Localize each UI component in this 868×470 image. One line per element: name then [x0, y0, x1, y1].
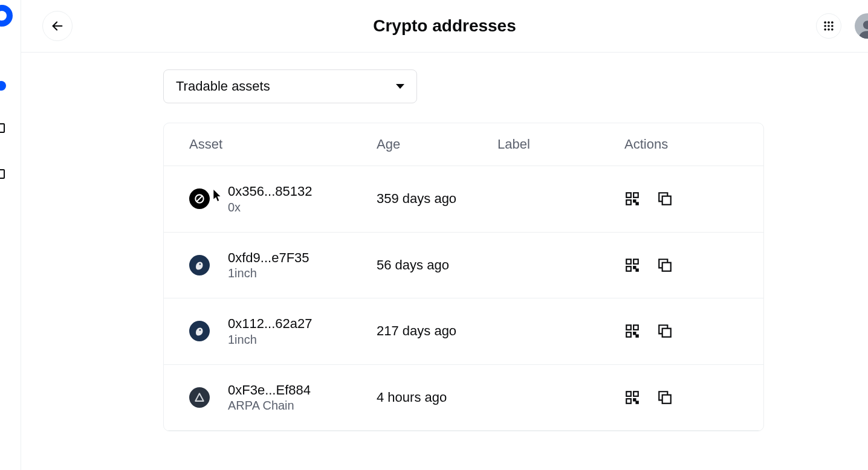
col-label: Label — [497, 137, 624, 152]
svg-line-12 — [196, 196, 202, 202]
qr-code-button[interactable] — [624, 323, 640, 339]
copy-button[interactable] — [657, 390, 673, 405]
svg-point-10 — [863, 21, 868, 29]
svg-point-2 — [828, 21, 830, 24]
svg-point-5 — [828, 25, 830, 27]
svg-point-9 — [831, 28, 834, 31]
age-text: 359 days ago — [377, 191, 497, 207]
arrow-left-icon — [51, 19, 64, 33]
coin-icon-zrx — [189, 188, 210, 209]
apps-button[interactable] — [816, 13, 841, 39]
copy-icon — [657, 191, 673, 207]
svg-point-19 — [199, 263, 201, 265]
copy-icon — [657, 257, 673, 273]
svg-rect-29 — [626, 332, 631, 337]
brand-logo-icon — [0, 5, 13, 27]
address-text: 0xfd9...e7F35 — [228, 249, 309, 266]
address-text: 0xF3e...Ef884 — [228, 382, 311, 399]
svg-rect-35 — [626, 399, 631, 404]
table-row: 0x356...85132 0x 359 days ago — [164, 166, 763, 233]
qr-code-button[interactable] — [624, 191, 640, 207]
copy-button[interactable] — [657, 257, 673, 273]
page-title: Crypto addresses — [21, 16, 868, 36]
table-header: Asset Age Label Actions — [164, 123, 763, 166]
asset-filter-label: Tradable assets — [176, 79, 270, 94]
copy-button[interactable] — [657, 323, 673, 339]
svg-point-7 — [824, 28, 826, 31]
svg-rect-15 — [626, 200, 631, 205]
svg-point-6 — [831, 25, 834, 27]
svg-rect-36 — [633, 399, 635, 401]
svg-point-4 — [824, 25, 826, 27]
svg-rect-16 — [633, 200, 635, 202]
svg-rect-22 — [626, 266, 631, 271]
svg-rect-20 — [626, 259, 631, 264]
back-button[interactable] — [42, 11, 73, 41]
svg-rect-27 — [626, 326, 631, 330]
svg-rect-37 — [636, 401, 638, 403]
svg-rect-13 — [626, 193, 631, 198]
chevron-down-icon — [396, 84, 404, 89]
content: Tradable assets Asset Age Label Actions … — [21, 53, 868, 470]
svg-rect-33 — [626, 391, 631, 396]
symbol-text: 1inch — [228, 332, 312, 347]
symbol-text: 1inch — [228, 266, 309, 281]
qr-code-icon — [624, 191, 640, 207]
svg-point-8 — [828, 28, 830, 31]
table-row: 0xfd9...e7F35 1inch 56 days ago — [164, 233, 763, 299]
svg-point-3 — [831, 21, 834, 24]
address-text: 0x356...85132 — [228, 183, 312, 200]
page-header: Crypto addresses — [21, 0, 868, 53]
copy-icon — [657, 390, 673, 405]
svg-rect-21 — [633, 259, 638, 264]
qr-code-icon — [624, 323, 640, 339]
svg-rect-31 — [636, 335, 638, 337]
symbol-text: ARPA Chain — [228, 398, 311, 413]
coin-icon-arpa — [189, 387, 210, 408]
qr-code-button[interactable] — [624, 257, 640, 273]
user-icon — [857, 18, 868, 39]
address-text: 0x112...62a27 — [228, 315, 312, 332]
coin-icon-1inch — [189, 321, 210, 341]
apps-grid-icon — [823, 20, 835, 32]
age-text: 56 days ago — [377, 257, 497, 273]
symbol-text: 0x — [228, 200, 312, 215]
qr-code-icon — [624, 390, 640, 405]
left-nav — [0, 0, 21, 470]
svg-rect-14 — [633, 193, 638, 198]
table-row: 0x112...62a27 1inch 217 days ago — [164, 298, 763, 365]
copy-icon — [657, 323, 673, 339]
col-actions: Actions — [624, 137, 733, 152]
nav-item-home-icon[interactable] — [0, 81, 6, 91]
svg-rect-34 — [633, 391, 638, 396]
svg-rect-24 — [636, 269, 638, 271]
svg-rect-23 — [633, 266, 635, 268]
age-text: 217 days ago — [377, 323, 497, 339]
qr-code-icon — [624, 257, 640, 273]
copy-button[interactable] — [657, 191, 673, 207]
qr-code-button[interactable] — [624, 390, 640, 405]
col-age: Age — [377, 137, 497, 152]
svg-rect-30 — [633, 332, 635, 334]
svg-rect-17 — [636, 203, 638, 205]
table-row: 0xF3e...Ef884 ARPA Chain 4 hours ago — [164, 365, 763, 431]
nav-item-trade-icon[interactable] — [0, 169, 5, 179]
age-text: 4 hours ago — [377, 390, 497, 405]
svg-rect-38 — [662, 394, 671, 403]
asset-filter-select[interactable]: Tradable assets — [163, 69, 417, 103]
svg-rect-18 — [662, 196, 671, 205]
svg-point-1 — [824, 21, 826, 24]
nav-item-portfolio-icon[interactable] — [0, 123, 5, 133]
col-asset: Asset — [189, 137, 377, 152]
coin-icon-1inch — [189, 255, 210, 275]
svg-rect-25 — [662, 262, 671, 271]
svg-rect-32 — [662, 329, 671, 337]
addresses-table: Asset Age Label Actions 0x356...85132 0x… — [163, 123, 764, 431]
svg-point-26 — [199, 329, 201, 331]
svg-rect-28 — [633, 326, 638, 330]
